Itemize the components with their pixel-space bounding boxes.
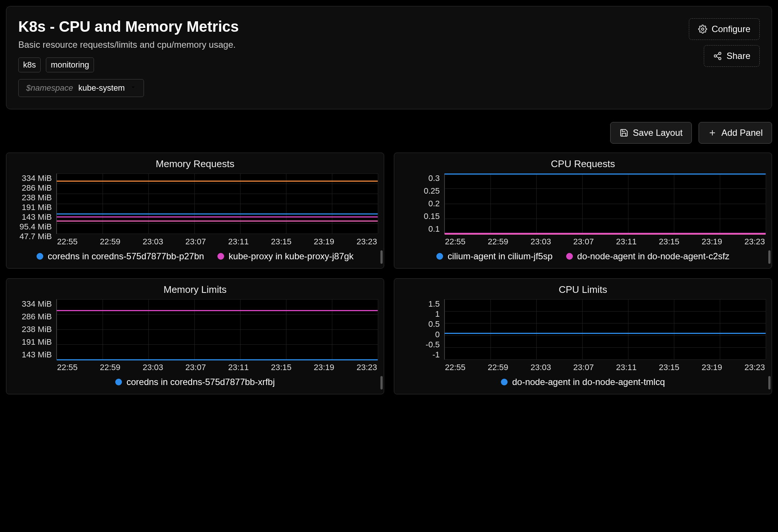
y-axis: 334 MiB286 MiB238 MiB191 MiB143 MiB95.4 … [12, 173, 56, 234]
x-tick-label: 23:19 [314, 237, 334, 247]
y-tick-label: 238 MiB [12, 193, 52, 203]
y-axis: 1.510.50-0.5-1 [400, 299, 444, 360]
chart-area: 0.30.250.20.150.1 [396, 173, 769, 234]
y-tick-label: 143 MiB [12, 350, 52, 360]
panel-memory_requests[interactable]: Memory Requests334 MiB286 MiB238 MiB191 … [6, 153, 384, 269]
x-tick-label: 23:23 [357, 363, 377, 372]
share-button[interactable]: Share [704, 45, 760, 67]
add-panel-button[interactable]: Add Panel [699, 122, 772, 144]
x-tick-label: 23:19 [702, 237, 722, 247]
tag-row: k8s monitoring [18, 57, 689, 72]
series-line [57, 213, 378, 215]
y-tick-label: 191 MiB [12, 203, 52, 212]
x-tick-label: 22:55 [57, 363, 78, 372]
series-line [445, 234, 766, 235]
x-tick-label: 22:55 [445, 237, 465, 247]
chart-plot [444, 173, 766, 234]
gridlines [57, 173, 378, 234]
gridlines [445, 173, 766, 234]
legend-dot-icon [566, 253, 573, 260]
x-tick-label: 23:03 [142, 363, 163, 372]
y-tick-label: 191 MiB [12, 337, 52, 347]
legend-label: coredns in coredns-575d7877bb-p27bn [48, 251, 204, 262]
gear-icon [698, 25, 707, 34]
y-tick-label: 0.5 [400, 319, 440, 329]
panel-title: CPU Requests [396, 158, 769, 170]
y-tick-label: 0 [400, 330, 440, 339]
x-tick-label: 23:11 [616, 363, 637, 372]
page-title: K8s - CPU and Memory Metrics [18, 18, 689, 35]
series-line [57, 216, 378, 218]
series-line [57, 310, 378, 311]
legend-dot-icon [115, 379, 122, 385]
x-tick-label: 23:15 [271, 237, 292, 247]
chart-area: 334 MiB286 MiB238 MiB191 MiB143 MiB95.4 … [9, 173, 382, 234]
legend: do-node-agent in do-node-agent-tmlcq [396, 372, 769, 387]
x-tick-label: 22:55 [57, 237, 78, 247]
y-tick-label: 143 MiB [12, 212, 52, 222]
x-tick-label: 23:11 [616, 237, 637, 247]
share-button-label: Share [727, 51, 750, 61]
x-tick-label: 23:03 [530, 363, 551, 372]
namespace-variable-key: $namespace [26, 83, 73, 93]
y-tick-label: -0.5 [400, 340, 440, 350]
dashboard-header: K8s - CPU and Memory Metrics Basic resou… [6, 6, 772, 109]
legend-item[interactable]: do-node-agent in do-node-agent-c2sfz [566, 251, 730, 262]
legend-label: do-node-agent in do-node-agent-c2sfz [577, 251, 730, 262]
save-layout-button[interactable]: Save Layout [610, 122, 692, 144]
toolbar: Save Layout Add Panel [6, 122, 772, 144]
x-tick-label: 23:03 [530, 237, 551, 247]
legend-item[interactable]: coredns in coredns-575d7877bb-xrfbj [115, 377, 275, 387]
page-subtitle: Basic resource requests/limits and cpu/m… [18, 40, 689, 50]
panel-title: Memory Requests [9, 158, 382, 170]
legend: cilium-agent in cilium-jf5spdo-node-agen… [396, 247, 769, 262]
y-tick-label: 286 MiB [12, 312, 52, 322]
y-tick-label: 0.15 [400, 212, 440, 221]
y-axis: 334 MiB286 MiB238 MiB191 MiB143 MiB [12, 299, 56, 360]
series-line [445, 173, 766, 175]
x-tick-label: 22:59 [488, 237, 508, 247]
panel-cpu_limits[interactable]: CPU Limits1.510.50-0.5-122:5522:5923:032… [394, 278, 772, 394]
svg-line-5 [716, 54, 719, 56]
x-axis: 22:5522:5923:0323:0723:1123:1523:1923:23 [396, 360, 769, 372]
configure-button[interactable]: Configure [689, 18, 760, 40]
y-tick-label: 0.25 [400, 186, 440, 196]
legend-item[interactable]: cilium-agent in cilium-jf5sp [436, 251, 552, 262]
save-icon [619, 128, 628, 137]
y-tick-label: 1.5 [400, 299, 440, 309]
gridlines [445, 299, 766, 359]
panel-memory_limits[interactable]: Memory Limits334 MiB286 MiB238 MiB191 Mi… [6, 278, 384, 394]
svg-point-3 [719, 57, 721, 60]
namespace-dropdown[interactable]: $namespace kube-system [18, 79, 144, 97]
legend-item[interactable]: do-node-agent in do-node-agent-tmlcq [501, 377, 665, 387]
x-tick-label: 23:03 [142, 237, 163, 247]
legend-dot-icon [436, 253, 443, 260]
y-tick-label: 1 [400, 309, 440, 319]
legend-item[interactable]: coredns in coredns-575d7877bb-p27bn [37, 251, 204, 262]
y-tick-label: 95.4 MiB [12, 222, 52, 232]
x-tick-label: 23:07 [573, 237, 594, 247]
tag-k8s[interactable]: k8s [18, 57, 41, 72]
legend-label: kube-proxy in kube-proxy-j87gk [229, 251, 354, 262]
configure-button-label: Configure [712, 24, 750, 34]
scrollbar-thumb[interactable] [768, 376, 771, 389]
scrollbar-thumb[interactable] [768, 250, 771, 264]
save-layout-button-label: Save Layout [633, 128, 683, 138]
svg-point-2 [714, 55, 716, 57]
x-tick-label: 23:23 [744, 363, 765, 372]
tag-monitoring[interactable]: monitoring [46, 57, 94, 72]
legend-dot-icon [501, 379, 508, 385]
series-line [445, 333, 766, 334]
chart-area: 334 MiB286 MiB238 MiB191 MiB143 MiB [9, 299, 382, 360]
svg-line-4 [716, 57, 719, 58]
panel-cpu_requests[interactable]: CPU Requests0.30.250.20.150.122:5522:592… [394, 153, 772, 269]
x-axis: 22:5522:5923:0323:0723:1123:1523:1923:23 [396, 234, 769, 247]
scrollbar-thumb[interactable] [380, 376, 383, 389]
namespace-variable-value: kube-system [78, 83, 125, 93]
legend-item[interactable]: kube-proxy in kube-proxy-j87gk [217, 251, 354, 262]
scrollbar-thumb[interactable] [380, 250, 383, 264]
x-tick-label: 23:11 [228, 237, 249, 247]
y-tick-label: 334 MiB [12, 299, 52, 309]
panel-title: CPU Limits [396, 284, 769, 295]
chevron-down-icon [130, 84, 136, 92]
